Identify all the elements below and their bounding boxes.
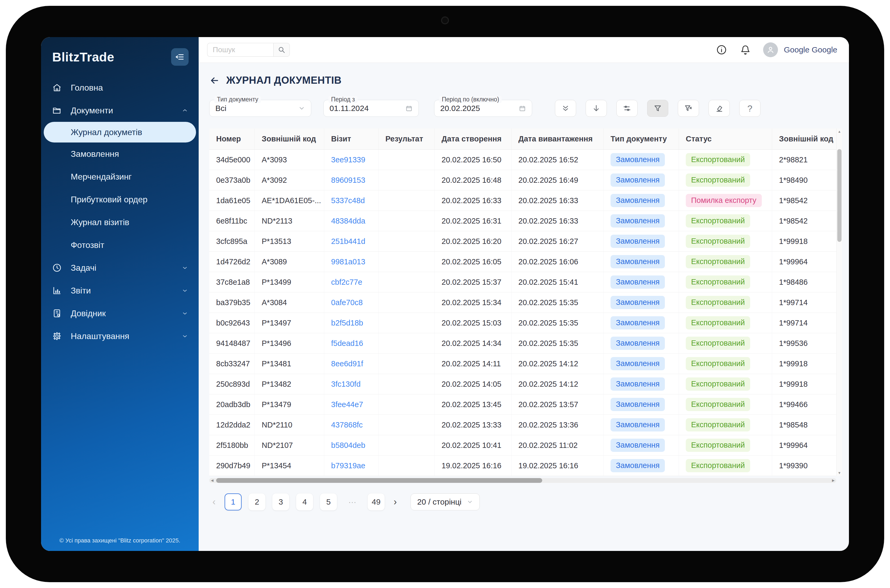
filter-button[interactable] (647, 100, 668, 117)
page-button[interactable]: 1 (225, 494, 242, 510)
page-size-select[interactable]: 20 / сторінці (411, 494, 480, 510)
user-menu[interactable]: Google Google (763, 42, 837, 57)
sidebar-item-merchandising[interactable]: Мерчендайзинг (41, 165, 199, 188)
cell-result (378, 313, 435, 333)
visit-link[interactable]: b5804deb (331, 441, 365, 450)
horizontal-scroll-thumb[interactable] (216, 478, 542, 483)
visit-link[interactable]: 89609153 (331, 176, 365, 184)
cell-result (378, 231, 435, 251)
page-button[interactable]: 5 (320, 494, 337, 510)
prev-page-button[interactable]: ‹ (210, 496, 218, 507)
scroll-down-arrow[interactable]: ▼ (836, 471, 842, 475)
search-button[interactable] (273, 43, 290, 57)
app-logo: BlitzTrade (52, 50, 114, 64)
cell-ext-code-2: 1*99714 (772, 313, 836, 333)
filters: Тип документу Всі Період з 01.11.2024 (209, 100, 842, 117)
cell-visit: 3ee91339 (324, 150, 378, 170)
search-input[interactable] (207, 43, 273, 57)
sidebar-item-photo-report[interactable]: Фотозвіт (41, 234, 199, 256)
sidebar-item-visit-journal[interactable]: Журнал візитів (41, 211, 199, 234)
documents-table: НомерЗовнішній кодВізитРезультатДата ств… (209, 129, 842, 476)
funnel-icon (653, 104, 662, 112)
chevron-down-icon (182, 287, 188, 294)
period-to-label: Період по (включно) (439, 96, 502, 103)
vertical-scrollbar[interactable]: ▲ ▼ (836, 129, 842, 476)
cell-number: ba379b35 (209, 292, 255, 312)
visit-link[interactable]: b2f5d18b (331, 319, 363, 327)
scroll-left-arrow[interactable]: ◀ (211, 478, 213, 482)
status-badge: Експортований (686, 337, 750, 350)
doc-type-badge: Замовлення (611, 174, 665, 187)
doc-type-badge: Замовлення (611, 153, 665, 166)
visit-link[interactable]: 5337c48d (331, 196, 365, 205)
horizontal-scrollbar[interactable]: ◀ ▶ (209, 478, 836, 483)
back-button[interactable] (209, 75, 220, 86)
status-badge: Експортований (686, 235, 750, 248)
cell-created-date: 20.02.2025 15:37 (435, 272, 512, 292)
cell-visit: 9981a013 (324, 252, 378, 272)
sidebar-item-directory[interactable]: Довідник (41, 302, 199, 325)
visit-link[interactable]: 437868fc (331, 421, 363, 429)
download-button[interactable] (586, 100, 607, 117)
column-header: Зовнішній код (255, 129, 324, 149)
table-row: 290d7b49P*13454b79319ae19.02.2025 16:161… (209, 456, 836, 476)
sidebar-item-settings[interactable]: Налаштування (41, 325, 199, 348)
cell-ext-code-2: 1*99918 (772, 231, 836, 251)
cell-result (378, 333, 435, 353)
cell-uploaded-date: 20.02.2025 15:35 (512, 333, 604, 353)
visit-link[interactable]: f5dead16 (331, 339, 363, 348)
tablet-frame: BlitzTrade (6, 6, 884, 582)
table-row: 0e373a0bA*30928960915320.02.2025 16:4820… (209, 170, 836, 190)
scroll-right-arrow[interactable]: ▶ (832, 478, 834, 482)
clear-filter-button[interactable] (678, 100, 699, 117)
visit-link[interactable]: 9981a013 (331, 258, 365, 266)
vertical-scroll-thumb[interactable] (837, 149, 842, 242)
period-to-datepicker[interactable]: Період по (включно) 20.02.2025 (434, 100, 532, 117)
visit-link[interactable]: 3ee91339 (331, 156, 365, 164)
next-page-button[interactable]: › (392, 496, 399, 507)
visit-link[interactable]: cbf2c77e (331, 278, 362, 286)
sidebar-item-orders[interactable]: Замовлення (41, 142, 199, 165)
visit-link[interactable]: 3fc130fd (331, 380, 360, 388)
sidebar-item-label: Документи (71, 106, 173, 116)
sidebar-item-home[interactable]: Головна (41, 76, 199, 99)
visit-link[interactable]: 48384dda (331, 217, 365, 225)
visit-link[interactable]: 251b441d (331, 237, 365, 246)
info-button[interactable] (716, 44, 728, 56)
cell-doc-type: Замовлення (604, 170, 679, 190)
visit-link[interactable]: 0afe70c8 (331, 298, 363, 307)
cell-ext-code-2: 1*98542 (772, 190, 836, 211)
visit-link[interactable]: 3fee44e7 (331, 400, 363, 409)
sidebar-item-income-order[interactable]: Прибутковий ордер (41, 188, 199, 211)
sidebar-item-tasks[interactable]: Задачі (41, 256, 199, 279)
page-button[interactable]: 4 (296, 494, 313, 510)
visit-link[interactable]: 8ee6d91f (331, 359, 363, 368)
page-button[interactable]: 2 (248, 494, 266, 510)
cell-created-date: 19.02.2025 16:16 (435, 456, 512, 476)
sidebar-item-documents[interactable]: Документи (41, 99, 199, 122)
column-header: Дата вивантаження (512, 129, 604, 149)
help-button[interactable]: ? (739, 100, 761, 117)
collapse-all-button[interactable] (555, 100, 576, 117)
cell-visit: b5804deb (324, 435, 378, 455)
cell-visit: 437868fc (324, 415, 378, 435)
main-area: Google Google ЖУРНАЛ ДОКУМЕНТІВ Тип доку (199, 37, 849, 551)
cell-result (378, 292, 435, 312)
page-button[interactable]: 3 (272, 494, 289, 510)
page-button[interactable]: 49 (368, 494, 384, 510)
sidebar-collapse-button[interactable] (171, 48, 189, 66)
cell-created-date: 20.02.2025 16:05 (435, 252, 512, 272)
sidebar-item-journal-documents[interactable]: Журнал докуметів (44, 122, 196, 142)
cell-visit: f5dead16 (324, 333, 378, 353)
sidebar-item-label: Звіти (71, 286, 173, 296)
period-from-datepicker[interactable]: Період з 01.11.2024 (323, 100, 419, 117)
topbar: Google Google (199, 37, 849, 63)
doc-type-select[interactable]: Тип документу Всі (209, 100, 311, 117)
sidebar-item-reports[interactable]: Звіти (41, 279, 199, 302)
column-settings-button[interactable] (616, 100, 638, 117)
visit-link[interactable]: b79319ae (331, 461, 365, 470)
eraser-button[interactable] (708, 100, 730, 117)
cell-doc-type: Замовлення (604, 190, 679, 211)
scroll-up-arrow[interactable]: ▲ (836, 129, 842, 134)
notifications-button[interactable] (739, 44, 752, 56)
